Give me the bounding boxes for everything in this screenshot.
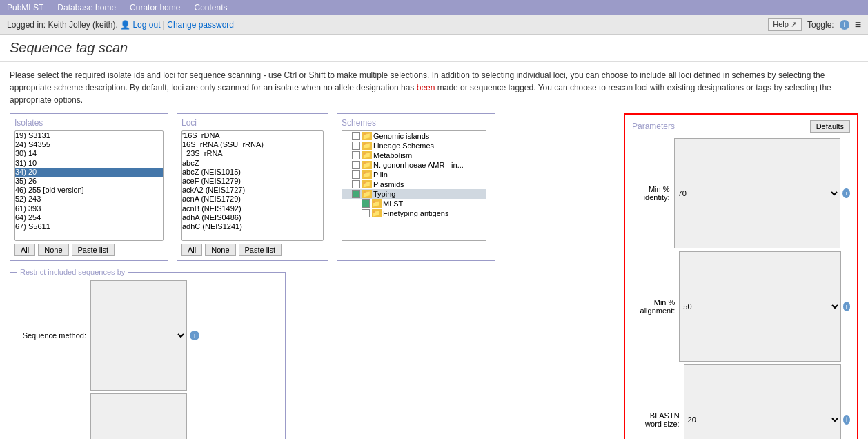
loci-label: Loci: [181, 118, 324, 128]
blastn-word-select[interactable]: 20: [684, 364, 841, 439]
blastn-word-info-icon[interactable]: i: [843, 415, 850, 425]
scheme-ngonorrhoeae[interactable]: 📁 N. gonorrhoeae AMR - in...: [342, 160, 486, 170]
toggle-label: Toggle:: [807, 20, 834, 30]
scheme-pilin[interactable]: 📁 Pilin: [342, 170, 486, 179]
isolates-paste-button[interactable]: Paste list: [72, 244, 115, 256]
scheme-tree[interactable]: 📁 Genomic islands 📁 Lineage Schemes 📁 Me…: [342, 130, 486, 241]
min-identity-label: Min % identity:: [632, 185, 670, 202]
menu-icon[interactable]: ≡: [855, 19, 861, 31]
parameters-title: Parameters: [632, 121, 675, 131]
description: Please select the required isolate ids a…: [10, 69, 858, 106]
folder-icon-genomic: 📁: [362, 132, 372, 140]
folder-icon-mlst: 📁: [372, 199, 382, 208]
sequence-method-select[interactable]: [90, 280, 187, 391]
help-button[interactable]: Help ↗: [768, 18, 802, 31]
scheme-checkbox-genomic[interactable]: [352, 132, 360, 140]
scheme-label-mlst: MLST: [383, 199, 403, 208]
toggle-info-icon[interactable]: i: [840, 20, 849, 30]
header-bar: Logged in: Keith Jolley (keith). 👤 Log o…: [0, 15, 868, 35]
parameters-box: Parameters Defaults Min % identity: 70 i…: [624, 113, 858, 439]
min-alignment-select[interactable]: 50: [679, 251, 840, 362]
schemes-box: Schemes 📁 Genomic islands 📁 Lineage Sche…: [337, 113, 495, 261]
isolates-label: Isolates: [14, 118, 164, 128]
scheme-label-pilin: Pilin: [373, 170, 388, 179]
nav-contents[interactable]: Contents: [194, 3, 227, 12]
scheme-label-finetyping: Finetyping antigens: [383, 209, 448, 217]
folder-icon-pilin: 📁: [362, 170, 372, 179]
top-row: Isolates 19) S3131 24) S4355 30) 14 31) …: [10, 113, 858, 439]
isolates-none-button[interactable]: None: [38, 244, 68, 256]
change-password-link[interactable]: Change password: [167, 20, 234, 30]
scheme-label-genomic: Genomic islands: [373, 132, 429, 140]
scheme-label-typing: Typing: [373, 190, 395, 198]
scheme-label-plasmids: Plasmids: [373, 180, 404, 188]
project-select[interactable]: [90, 393, 187, 439]
scheme-typing[interactable]: 📁 Typing: [342, 189, 486, 199]
min-alignment-row: Min % alignment: 50 i: [632, 251, 850, 362]
restrict-legend: Restrict included sequences by: [17, 268, 128, 276]
scheme-lineage[interactable]: 📁 Lineage Schemes: [342, 141, 486, 150]
right-controls: Help ↗ Toggle: i ≡: [768, 18, 861, 31]
loci-all-button[interactable]: All: [181, 244, 202, 256]
schemes-label: Schemes: [342, 118, 491, 128]
min-alignment-info-icon[interactable]: i: [843, 302, 850, 311]
scheme-mlst[interactable]: 📁 MLST: [342, 199, 486, 208]
page-title: Sequence tag scan: [0, 35, 868, 62]
isolates-btn-row: All None Paste list: [14, 244, 164, 256]
sequence-method-label: Sequence method:: [17, 331, 86, 340]
scheme-checkbox-lineage[interactable]: [352, 142, 360, 150]
isolates-all-button[interactable]: All: [14, 244, 35, 256]
folder-icon-finetyping: 📁: [372, 209, 382, 217]
sequence-method-info-icon[interactable]: i: [190, 331, 199, 340]
defaults-button[interactable]: Defaults: [810, 120, 850, 133]
parameters-header: Parameters Defaults: [632, 120, 850, 133]
scheme-label-ngonorrhoeae: N. gonorrhoeae AMR - in...: [373, 161, 464, 169]
logout-link[interactable]: Log out: [132, 20, 160, 30]
folder-icon-plasmids: 📁: [362, 180, 372, 188]
loci-btn-row: All None Paste list: [181, 244, 324, 256]
scheme-checkbox-finetyping[interactable]: [362, 209, 370, 217]
scheme-label-metabolism: Metabolism: [373, 151, 412, 159]
min-identity-row: Min % identity: 70 i: [632, 138, 850, 248]
nav-pubmlst[interactable]: PubMLST: [7, 3, 43, 12]
login-info: Logged in: Keith Jolley (keith). 👤 Log o…: [7, 20, 234, 30]
min-alignment-label: Min % alignment:: [632, 298, 675, 315]
loci-none-button[interactable]: None: [205, 244, 235, 256]
min-identity-select[interactable]: 70: [674, 138, 841, 248]
folder-icon-lineage: 📁: [362, 142, 372, 150]
scheme-checkbox-mlst[interactable]: [362, 199, 370, 208]
isolates-select[interactable]: 19) S3131 24) S4355 30) 14 31) 10 34) 20…: [14, 130, 164, 241]
scheme-plasmids[interactable]: 📁 Plasmids: [342, 179, 486, 189]
scheme-checkbox-ngonorrhoeae[interactable]: [352, 161, 360, 169]
login-text: Logged in: Keith Jolley (keith).: [7, 20, 118, 30]
restrict-section: Restrict included sequences by Sequence …: [10, 268, 286, 439]
nav-curator-home[interactable]: Curator home: [130, 3, 180, 12]
scheme-checkbox-metabolism[interactable]: [352, 151, 360, 159]
restrict-project-row: Project: i: [17, 393, 278, 439]
scheme-genomic-islands[interactable]: 📁 Genomic islands: [342, 131, 486, 141]
scheme-finetyping[interactable]: 📁 Finetyping antigens: [342, 208, 486, 218]
left-col: Isolates 19) S3131 24) S4355 30) 14 31) …: [10, 113, 615, 439]
folder-icon-ngonorrhoeae: 📁: [362, 161, 372, 169]
folder-icon-typing: 📁: [362, 190, 372, 198]
scheme-checkbox-pilin[interactable]: [352, 170, 360, 179]
isolates-box: Isolates 19) S3131 24) S4355 30) 14 31) …: [10, 113, 168, 261]
nav-database-home[interactable]: Database home: [57, 3, 116, 12]
restrict-sequence-row: Sequence method: i: [17, 280, 278, 391]
scheme-metabolism[interactable]: 📁 Metabolism: [342, 150, 486, 160]
selectors-row: Isolates 19) S3131 24) S4355 30) 14 31) …: [10, 113, 615, 261]
scheme-label-lineage: Lineage Schemes: [373, 142, 434, 150]
scheme-checkbox-plasmids[interactable]: [352, 180, 360, 188]
blastn-word-label: BLASTN word size:: [632, 411, 680, 428]
loci-select[interactable]: '16S_rDNA 16S_rRNA (SSU_rRNA) _23S_rRNA …: [181, 130, 324, 241]
top-nav: PubMLST Database home Curator home Conte…: [0, 0, 868, 15]
main-content: Please select the required isolate ids a…: [0, 62, 868, 439]
scheme-checkbox-typing[interactable]: [352, 190, 360, 198]
folder-icon-metabolism: 📁: [362, 151, 372, 159]
min-identity-info-icon[interactable]: i: [842, 188, 850, 198]
blastn-word-row: BLASTN word size: 20 i: [632, 364, 850, 439]
loci-box: Loci '16S_rDNA 16S_rRNA (SSU_rRNA) _23S_…: [177, 113, 328, 261]
loci-paste-button[interactable]: Paste list: [239, 244, 282, 256]
